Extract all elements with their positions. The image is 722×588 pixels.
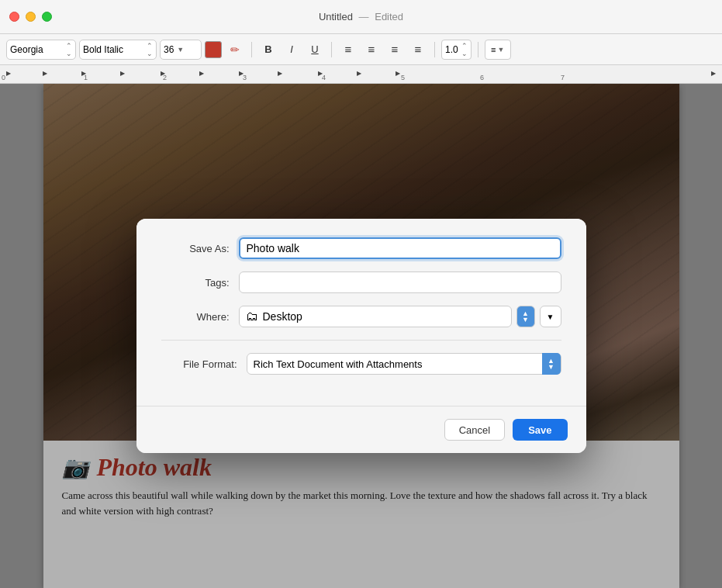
cancel-button[interactable]: Cancel (444, 419, 505, 441)
save-as-label: Save As: (161, 243, 239, 254)
font-size-select[interactable]: 36 ▼ (160, 40, 202, 60)
ruler: ▶ ▶ ▶ ▶ ▶ ▶ ▶ ▶ ▶ ▶ ▶ 0 1 2 3 4 5 6 7 ▶ (0, 65, 722, 84)
align-justify-button[interactable]: ≡ (408, 40, 428, 60)
font-family-select[interactable]: Georgia ⌃⌄ (6, 40, 76, 60)
maximize-button[interactable] (42, 12, 52, 22)
save-as-input[interactable] (239, 237, 561, 259)
underline-button[interactable]: U (305, 40, 325, 60)
toolbar-divider-2 (331, 42, 332, 57)
toolbar-divider-4 (478, 42, 478, 57)
file-format-select[interactable]: Rich Text Document with Attachments ▲ ▼ (247, 353, 561, 375)
save-dialog: Save As: Tags: Where: 🗂 Desktop (136, 219, 586, 453)
window-title: Untitled — Edited (319, 11, 403, 22)
color-swatch[interactable] (205, 41, 222, 58)
list-button[interactable]: ≡ ▼ (485, 40, 511, 60)
close-button[interactable] (9, 12, 19, 22)
tags-label: Tags: (161, 277, 239, 289)
font-style-select[interactable]: Bold Italic ⌃⌄ (79, 40, 157, 60)
file-format-label: File Format: (161, 358, 247, 370)
where-row: Where: 🗂 Desktop ▲ ▼ ▼ (161, 306, 561, 327)
tags-input[interactable] (239, 272, 561, 293)
toolbar-divider-3 (434, 42, 435, 57)
where-spinner-button[interactable]: ▲ ▼ (516, 306, 535, 327)
where-value: Desktop (263, 310, 302, 323)
where-label: Where: (161, 311, 239, 323)
tags-row: Tags: (161, 272, 561, 293)
where-select[interactable]: 🗂 Desktop (239, 306, 512, 327)
file-format-value: Rich Text Document with Attachments (254, 358, 537, 370)
modal-footer: Cancel Save (136, 406, 586, 453)
align-left-button[interactable]: ≡ (338, 40, 358, 60)
file-format-spinner[interactable]: ▲ ▼ (542, 353, 561, 375)
modal-overlay: Save As: Tags: Where: 🗂 Desktop (0, 84, 722, 588)
eyedropper-button[interactable]: ✏ (225, 40, 245, 60)
modal-separator-1 (161, 340, 561, 341)
file-format-row: File Format: Rich Text Document with Att… (161, 353, 561, 375)
save-button[interactable]: Save (513, 419, 567, 441)
minimize-button[interactable] (26, 12, 36, 22)
document-area: 📷 Photo walk Came across this beautiful … (0, 84, 722, 588)
toolbar-divider-1 (251, 42, 252, 57)
modal-body: Save As: Tags: Where: 🗂 Desktop (136, 219, 586, 406)
align-center-button[interactable]: ≡ (361, 40, 382, 60)
title-bar: Untitled — Edited (0, 0, 722, 34)
toolbar: Georgia ⌃⌄ Bold Italic ⌃⌄ 36 ▼ ✏ B I U ≡… (0, 34, 722, 65)
where-expand-button[interactable]: ▼ (540, 306, 561, 327)
bold-button[interactable]: B (258, 40, 278, 60)
save-as-row: Save As: (161, 237, 561, 259)
folder-icon: 🗂 (246, 310, 258, 323)
italic-button[interactable]: I (282, 40, 302, 60)
line-spacing-control[interactable]: 1.0 ⌃⌄ (441, 40, 472, 60)
window-controls (9, 12, 52, 22)
align-right-button[interactable]: ≡ (385, 40, 405, 60)
